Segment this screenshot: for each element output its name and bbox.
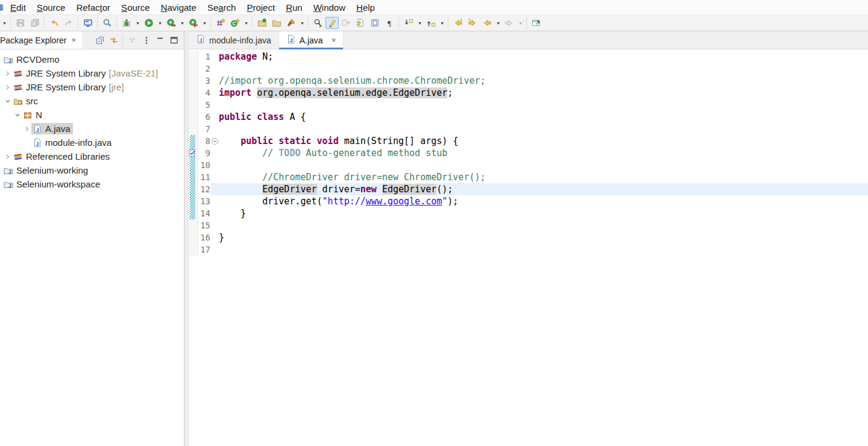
annotation-ruler[interactable] xyxy=(189,159,198,171)
tree-item-rcvdemo[interactable]: JRCVDemo xyxy=(0,52,184,66)
previous-annotation-dropdown[interactable]: ▾ xyxy=(438,16,446,30)
code-line-8[interactable]: 8 public static void main(String[] args)… xyxy=(189,135,868,147)
annotation-ruler[interactable] xyxy=(189,195,198,207)
annotation-ruler[interactable] xyxy=(189,243,198,256)
forward-dropdown[interactable]: ▾ xyxy=(517,16,524,30)
code-line-7[interactable]: 7 xyxy=(189,123,868,135)
show-source-button[interactable] xyxy=(368,16,382,30)
menu-item-help[interactable]: Help xyxy=(351,1,380,14)
menu-item-source[interactable]: Source xyxy=(31,1,71,14)
code-text[interactable] xyxy=(219,219,868,231)
next-match-button[interactable] xyxy=(339,16,353,30)
link-with-editor-button[interactable] xyxy=(107,34,121,47)
code-line-15[interactable]: 15 xyxy=(189,219,868,231)
menu-item-run[interactable]: Run xyxy=(280,1,308,14)
profile-dropdown[interactable]: ▾ xyxy=(201,16,209,30)
menu-item-project[interactable]: Project xyxy=(241,1,280,14)
annotation-ruler[interactable] xyxy=(189,63,198,75)
tree-item-referenced-libraries[interactable]: Referenced Libraries xyxy=(0,149,184,163)
debug-dropdown[interactable]: ▾ xyxy=(134,16,142,30)
code-text[interactable]: } xyxy=(219,207,868,219)
annotation-ruler[interactable] xyxy=(189,51,198,63)
code-line-11[interactable]: 11 //ChromeDriver driver=new ChromeDrive… xyxy=(189,171,868,183)
code-text[interactable] xyxy=(219,99,868,111)
code-line-17[interactable]: 17 xyxy=(189,243,868,256)
coverage-dropdown[interactable]: ▾ xyxy=(178,16,186,30)
chevron-down-icon[interactable] xyxy=(13,110,22,120)
code-text[interactable] xyxy=(219,243,868,256)
save-button[interactable] xyxy=(13,16,28,30)
show-whitespace-button[interactable]: ¶ xyxy=(382,16,397,30)
redo-button[interactable] xyxy=(61,16,76,30)
menu-item-edit[interactable]: Edit xyxy=(5,1,31,14)
annotation-ruler[interactable] xyxy=(189,99,198,111)
annotation-ruler[interactable] xyxy=(189,111,198,123)
panel-sash[interactable] xyxy=(184,31,189,446)
open-console-button[interactable] xyxy=(81,16,95,30)
tree-item-jre-system-library[interactable]: JRE System Library[jre] xyxy=(0,80,184,94)
editor-tab-module-info-java[interactable]: Jmodule-info.java xyxy=(189,31,279,49)
pin-editor-button[interactable] xyxy=(529,16,544,30)
profile-button[interactable] xyxy=(186,16,201,30)
chevron-right-icon[interactable] xyxy=(23,124,31,134)
last-edit-location-button[interactable] xyxy=(451,16,465,30)
new-java-class-button[interactable]: C xyxy=(228,16,242,30)
chevron-right-icon[interactable] xyxy=(4,152,12,162)
code-text[interactable]: driver.get("http://www.google.com"); xyxy=(219,195,868,207)
open-file-button[interactable] xyxy=(269,16,284,30)
next-annotation-dropdown[interactable]: ▾ xyxy=(416,16,424,30)
code-editor[interactable]: 1package N;23//import org.openqa.seleniu… xyxy=(189,49,868,446)
view-menu-button[interactable] xyxy=(139,34,153,47)
code-text[interactable]: package N; xyxy=(219,51,868,63)
focus-task-button[interactable] xyxy=(125,34,139,47)
link-with-editor-file-button[interactable] xyxy=(353,16,368,30)
annotation-ruler[interactable] xyxy=(189,75,198,87)
back-button[interactable] xyxy=(480,16,494,30)
new-wizard-menu-dropdown[interactable]: ▾ xyxy=(1,16,8,30)
minimize-button[interactable] xyxy=(153,34,167,47)
tab-package-explorer[interactable]: Package Explorer × xyxy=(0,31,82,49)
maximize-button[interactable] xyxy=(167,34,181,47)
new-java-class-dropdown[interactable]: ▾ xyxy=(242,16,250,30)
menu-item-source[interactable]: Source xyxy=(116,1,156,14)
tree-item-selenium-workspace[interactable]: JSelenium-workspace xyxy=(0,177,184,191)
tree-item-src[interactable]: src xyxy=(0,94,184,108)
code-text[interactable]: public class A { xyxy=(219,111,868,123)
annotation-ruler[interactable] xyxy=(189,147,198,159)
code-line-13[interactable]: 13 driver.get("http://www.google.com"); xyxy=(189,195,868,207)
code-line-5[interactable]: 5 xyxy=(189,99,868,111)
code-line-9[interactable]: 9 // TODO Auto-generated method stub xyxy=(189,147,868,159)
menu-item-refactor[interactable]: Refactor xyxy=(71,1,116,14)
close-icon[interactable]: × xyxy=(332,36,336,45)
clean-up-dropdown[interactable]: ▾ xyxy=(298,16,306,30)
task-marker-icon[interactable] xyxy=(189,149,196,160)
code-text[interactable]: // TODO Auto-generated method stub xyxy=(219,147,868,159)
annotation-ruler[interactable] xyxy=(189,135,198,147)
tree-item-selenium-working[interactable]: JSelenium-working xyxy=(0,163,184,177)
coverage-button[interactable] xyxy=(164,16,178,30)
chevron-down-icon[interactable] xyxy=(4,96,12,106)
code-line-3[interactable]: 3//import org.openqa.selenium.chrome.Chr… xyxy=(189,75,868,87)
collapse-all-button[interactable] xyxy=(93,34,107,47)
undo-button[interactable] xyxy=(47,16,61,30)
open-task-button[interactable] xyxy=(311,16,326,30)
fold-collapse-icon[interactable] xyxy=(211,135,219,147)
annotation-ruler[interactable] xyxy=(189,219,198,231)
code-line-2[interactable]: 2 xyxy=(189,63,868,75)
code-text[interactable]: } xyxy=(219,231,868,243)
mark-occurrences-button[interactable] xyxy=(326,17,339,29)
back-dropdown[interactable]: ▾ xyxy=(494,16,502,30)
search-button[interactable] xyxy=(100,16,115,30)
debug-button[interactable] xyxy=(119,16,134,30)
annotation-ruler[interactable] xyxy=(189,207,198,219)
code-line-10[interactable]: 10 xyxy=(189,159,868,171)
code-line-1[interactable]: 1package N; xyxy=(189,51,868,63)
open-type-button[interactable] xyxy=(255,16,269,30)
tree-item-jre-system-library[interactable]: JRE System Library[JavaSE-21] xyxy=(0,66,184,80)
code-text[interactable]: //import org.openqa.selenium.chrome.Chro… xyxy=(219,75,868,87)
tree-item-n[interactable]: N xyxy=(0,108,184,122)
code-text[interactable]: //ChromeDriver driver=new ChromeDriver()… xyxy=(219,171,868,183)
code-line-6[interactable]: 6public class A { xyxy=(189,111,868,123)
clean-up-button[interactable] xyxy=(284,16,298,30)
code-text[interactable]: EdgeDriver driver=new EdgeDriver(); xyxy=(219,183,868,195)
